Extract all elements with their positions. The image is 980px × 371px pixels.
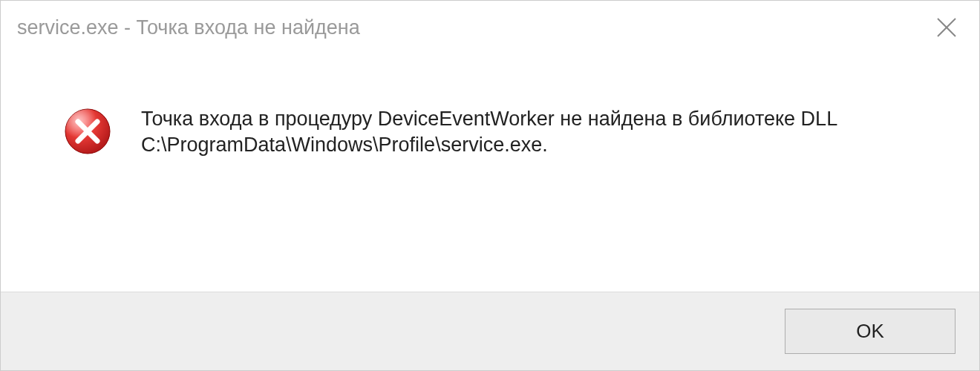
error-dialog: service.exe - Точка входа не найдена (0, 0, 980, 371)
ok-button[interactable]: OK (785, 309, 956, 354)
error-message: Точка входа в процедуру DeviceEventWorke… (141, 106, 935, 158)
close-icon (935, 16, 958, 39)
titlebar: service.exe - Точка входа не найдена (1, 1, 979, 54)
content-area: Точка входа в процедуру DeviceEventWorke… (1, 54, 979, 292)
close-button[interactable] (929, 10, 964, 45)
dialog-title: service.exe - Точка входа не найдена (17, 16, 360, 39)
error-icon (64, 108, 111, 155)
button-area: OK (1, 292, 979, 370)
